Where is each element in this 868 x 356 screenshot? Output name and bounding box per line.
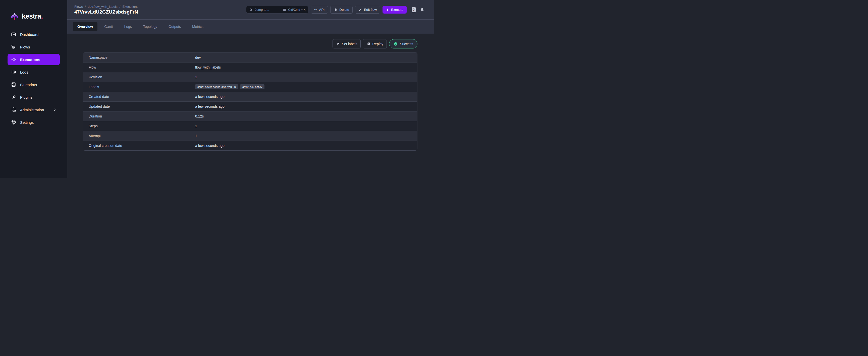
jump-to-search-input[interactable]: Jump to... Ctrl/Cmd + K [246,6,308,13]
sidebar-item-label: Flows [20,45,30,49]
breadcrumb-flow-id[interactable]: dev.flow_with_labels [88,5,118,8]
tab-label: Gantt [104,25,113,29]
tab-label: Overview [78,25,93,29]
tab-gantt[interactable]: Gantt [100,22,117,31]
logs-icon [11,69,16,75]
overview-content: Set labels Replay [67,34,434,178]
row-label: Updated date [83,104,195,108]
table-row-created-date: Created date a few seconds ago [83,92,417,101]
tab-label: Metrics [192,25,204,29]
row-label: Original creation date [83,143,195,148]
label-tag-icon [336,42,340,46]
tab-overview[interactable]: Overview [73,22,97,31]
check-circle-icon [393,42,398,46]
row-value: 0.12s [195,114,204,118]
row-label: Duration [83,114,195,118]
table-row-original-creation-date: Original creation date a few seconds ago [83,140,417,151]
brand-dot: . [41,12,43,20]
table-row-updated-date: Updated date a few seconds ago [83,101,417,111]
api-button[interactable]: API API [311,6,328,13]
row-label: Attempt [83,134,195,138]
revision-link[interactable]: 1 [195,75,197,79]
api-icon: API [314,9,317,10]
row-label: Namespace [83,56,195,60]
table-row-labels: Labels song: never-gonna-give-you-up art… [83,82,417,92]
row-label: Revision [83,75,195,79]
sidebar-item-label: Settings [20,120,34,125]
row-value: 1 [195,124,197,128]
search-placeholder: Jump to... [255,8,269,11]
execute-button[interactable]: Execute [382,6,407,13]
shortcut-label: Ctrl/Cmd + K [288,8,306,11]
keyboard-icon [282,8,287,11]
tab-topology[interactable]: Topology [138,22,162,31]
administration-icon [11,107,16,112]
notifications-bell-icon[interactable] [420,7,425,12]
sidebar-item-plugins[interactable]: Plugins [7,91,60,103]
search-icon [249,8,253,12]
row-value: a few seconds ago [195,143,224,148]
status-badge-label: Success [400,42,413,46]
set-labels-button[interactable]: Set labels [333,39,361,48]
replay-button[interactable]: Replay [363,39,387,48]
label-badge-song[interactable]: song: never-gonna-give-you-up [195,84,238,89]
breadcrumb-separator: / [85,5,86,8]
sidebar-item-dashboard[interactable]: Dashboard [7,29,60,40]
help-icon[interactable]: ? [412,7,416,12]
settings-icon [11,120,16,125]
status-badge[interactable]: Success [389,39,417,48]
replay-button-label: Replay [372,42,383,46]
sidebar-item-executions[interactable]: Executions [7,54,60,65]
row-value: flow_with_labels [195,65,221,69]
row-value: dev [195,56,201,60]
replay-icon [366,42,370,46]
main-area: Flows / dev.flow_with_labels / Execution… [67,0,434,178]
top-header: Flows / dev.flow_with_labels / Execution… [67,0,434,20]
sidebar-item-label: Administration [20,108,44,112]
row-value: a few seconds ago [195,95,224,99]
trash-icon [334,8,338,11]
tab-logs[interactable]: Logs [120,22,136,31]
sidebar-item-logs[interactable]: Logs [7,66,60,78]
search-shortcut: Ctrl/Cmd + K [282,8,306,11]
pencil-icon [359,8,362,11]
execution-detail-table: Namespace dev Flow flow_with_labels Revi… [83,52,417,151]
execute-button-label: Execute [391,8,403,11]
sidebar-item-settings[interactable]: Settings [7,117,60,128]
row-label: Labels [83,85,195,89]
plugins-icon [11,94,16,100]
label-badge-artist[interactable]: artist: rick-astley [240,84,265,89]
tab-label: Outputs [168,25,181,29]
delete-button[interactable]: Delete [330,6,352,13]
sidebar-item-administration[interactable]: Administration [7,104,60,116]
table-row-namespace: Namespace dev [83,53,417,62]
tab-outputs[interactable]: Outputs [164,22,185,31]
table-row-duration: Duration 0.12s [83,111,417,121]
breadcrumb-executions[interactable]: Executions [122,5,138,8]
edit-flow-button-label: Edit flow [364,8,377,11]
sidebar-item-blueprints[interactable]: Blueprints [7,79,60,90]
set-labels-button-label: Set labels [342,42,357,46]
flows-icon [11,44,16,50]
row-label: Flow [83,65,195,69]
sidebar-item-flows[interactable]: Flows [7,41,60,53]
sidebar-item-label: Logs [20,70,28,74]
row-value: a few seconds ago [195,104,224,108]
dashboard-icon [11,32,16,37]
table-row-attempt: Attempt 1 [83,131,417,140]
header-titles: Flows / dev.flow_with_labels / Execution… [74,5,138,15]
sidebar-nav: Dashboard Flows [0,29,67,128]
edit-flow-button[interactable]: Edit flow [355,6,380,13]
sidebar-item-label: Executions [20,58,40,62]
row-value: 1 [195,134,197,138]
tab-metrics[interactable]: Metrics [188,22,208,31]
sidebar-item-label: Blueprints [20,83,37,87]
kestra-logo[interactable]: kestra. [0,0,67,20]
chevron-right-icon [53,108,57,111]
header-controls: Jump to... Ctrl/Cmd + K [246,6,425,13]
row-label: Steps [83,124,195,128]
execution-actions: Set labels Replay [83,39,417,48]
breadcrumb-flows[interactable]: Flows [74,5,83,8]
table-row-steps: Steps 1 [83,121,417,131]
sidebar-item-label: Dashboard [20,32,38,37]
